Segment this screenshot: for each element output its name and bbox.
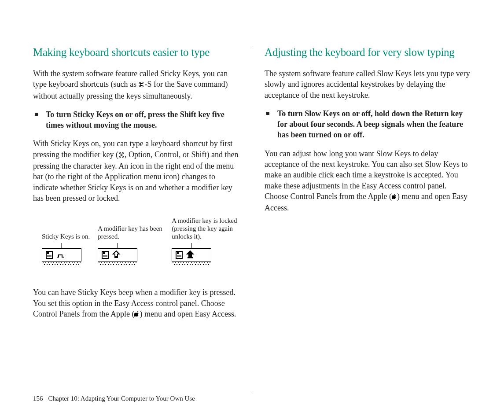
paragraph: With the system software feature called … bbox=[33, 68, 239, 101]
svg-rect-72 bbox=[134, 264, 135, 265]
svg-rect-53 bbox=[122, 262, 123, 263]
svg-rect-52 bbox=[120, 262, 121, 263]
svg-rect-22 bbox=[44, 264, 45, 265]
svg-rect-99 bbox=[182, 264, 183, 265]
svg-rect-28 bbox=[60, 264, 61, 265]
figure-item-pressed: A modifier key has been pressed. bbox=[98, 225, 164, 269]
figure-item-locked: A modifier key is locked (pressing the k… bbox=[172, 217, 238, 269]
svg-rect-101 bbox=[187, 264, 188, 265]
svg-rect-16 bbox=[66, 262, 67, 263]
figure-caption: Sticky Keys is on. bbox=[42, 232, 90, 240]
square-bullet-icon bbox=[266, 112, 269, 115]
svg-rect-12 bbox=[56, 262, 57, 263]
figure-caption: A modifier key is locked (pressing the k… bbox=[172, 217, 238, 240]
svg-rect-46 bbox=[104, 262, 105, 263]
svg-rect-105 bbox=[198, 264, 199, 265]
svg-rect-63 bbox=[110, 264, 111, 265]
square-bullet-icon bbox=[35, 113, 38, 116]
text: ) menu and open Easy Access. bbox=[140, 309, 236, 318]
svg-rect-109 bbox=[208, 264, 209, 265]
svg-rect-104 bbox=[195, 264, 196, 265]
svg-rect-88 bbox=[191, 262, 192, 263]
svg-rect-3 bbox=[47, 252, 49, 254]
command-key-icon bbox=[138, 80, 144, 90]
svg-rect-23 bbox=[47, 264, 48, 265]
svg-rect-31 bbox=[68, 264, 69, 265]
svg-rect-67 bbox=[121, 264, 122, 265]
svg-rect-107 bbox=[203, 264, 204, 265]
svg-rect-15 bbox=[64, 262, 65, 263]
svg-rect-21 bbox=[80, 262, 81, 263]
page-number: 156 bbox=[33, 395, 43, 402]
svg-rect-17 bbox=[69, 262, 70, 263]
svg-rect-11 bbox=[53, 262, 54, 263]
svg-rect-45 bbox=[101, 262, 102, 263]
svg-rect-18 bbox=[72, 262, 73, 263]
apple-menu-icon bbox=[392, 192, 397, 203]
command-key-icon bbox=[118, 150, 125, 161]
svg-rect-26 bbox=[55, 264, 55, 265]
svg-rect-47 bbox=[107, 262, 107, 263]
svg-rect-8 bbox=[45, 262, 46, 263]
page-footer: 156Chapter 10: Adapting Your Computer to… bbox=[33, 395, 195, 402]
figure-caption: A modifier key has been pressed. bbox=[98, 225, 164, 240]
svg-rect-59 bbox=[100, 264, 101, 265]
svg-rect-20 bbox=[77, 262, 78, 263]
svg-rect-14 bbox=[61, 262, 62, 263]
svg-rect-54 bbox=[125, 262, 126, 263]
svg-rect-55 bbox=[128, 262, 129, 263]
svg-rect-24 bbox=[49, 264, 50, 265]
svg-rect-10 bbox=[51, 262, 52, 263]
svg-rect-35 bbox=[78, 264, 79, 265]
svg-rect-65 bbox=[116, 264, 117, 265]
svg-rect-100 bbox=[184, 264, 185, 265]
svg-rect-90 bbox=[196, 262, 197, 263]
svg-rect-61 bbox=[105, 264, 106, 265]
svg-rect-51 bbox=[117, 262, 118, 263]
right-column: Adjusting the keyboard for very slow typ… bbox=[252, 46, 471, 394]
section-heading-slow-keys: Adjusting the keyboard for very slow typ… bbox=[265, 46, 471, 59]
svg-rect-39 bbox=[103, 252, 105, 254]
menubar-icon-on bbox=[42, 243, 81, 269]
figure-item-on: Sticky Keys is on. bbox=[42, 232, 90, 269]
instruction-bullet: To turn Sticky Keys on or off, press the… bbox=[33, 109, 239, 131]
svg-rect-70 bbox=[129, 264, 130, 265]
paragraph: The system software feature called Slow … bbox=[265, 68, 471, 100]
svg-rect-25 bbox=[52, 264, 53, 265]
svg-rect-64 bbox=[113, 264, 114, 265]
paragraph: With Sticky Keys on, you can type a keyb… bbox=[33, 138, 239, 203]
svg-rect-27 bbox=[57, 264, 58, 265]
svg-rect-92 bbox=[202, 262, 202, 263]
svg-rect-29 bbox=[63, 264, 63, 265]
svg-rect-91 bbox=[199, 262, 200, 263]
svg-rect-44 bbox=[99, 262, 99, 263]
svg-rect-62 bbox=[108, 264, 109, 265]
instruction-text: To turn Slow Keys on or off, hold down t… bbox=[277, 108, 471, 140]
svg-rect-33 bbox=[73, 264, 74, 265]
svg-rect-7 bbox=[43, 262, 44, 263]
svg-rect-108 bbox=[206, 264, 206, 265]
svg-rect-97 bbox=[177, 264, 177, 265]
svg-rect-82 bbox=[175, 262, 176, 263]
svg-rect-58 bbox=[136, 262, 136, 263]
svg-rect-32 bbox=[70, 264, 71, 265]
svg-rect-85 bbox=[183, 262, 184, 263]
svg-rect-94 bbox=[207, 262, 208, 263]
section-heading-sticky-keys: Making keyboard shortcuts easier to type bbox=[33, 46, 239, 59]
paragraph: You can have Sticky Keys beep when a mod… bbox=[33, 287, 239, 320]
svg-rect-83 bbox=[178, 262, 179, 263]
svg-rect-86 bbox=[186, 262, 187, 263]
svg-rect-103 bbox=[192, 264, 193, 265]
svg-rect-49 bbox=[112, 262, 113, 263]
svg-rect-57 bbox=[133, 262, 134, 263]
instruction-bullet: To turn Slow Keys on or off, hold down t… bbox=[265, 108, 471, 140]
svg-rect-50 bbox=[114, 262, 115, 263]
menubar-icon-pressed bbox=[98, 243, 137, 269]
apple-menu-icon bbox=[134, 309, 140, 320]
svg-rect-48 bbox=[109, 262, 110, 263]
svg-rect-19 bbox=[74, 262, 75, 263]
svg-rect-34 bbox=[76, 264, 77, 265]
svg-rect-96 bbox=[174, 264, 175, 265]
paragraph: You can adjust how long you want Slow Ke… bbox=[265, 148, 471, 214]
chapter-title: Chapter 10: Adapting Your Computer to Yo… bbox=[48, 395, 195, 402]
